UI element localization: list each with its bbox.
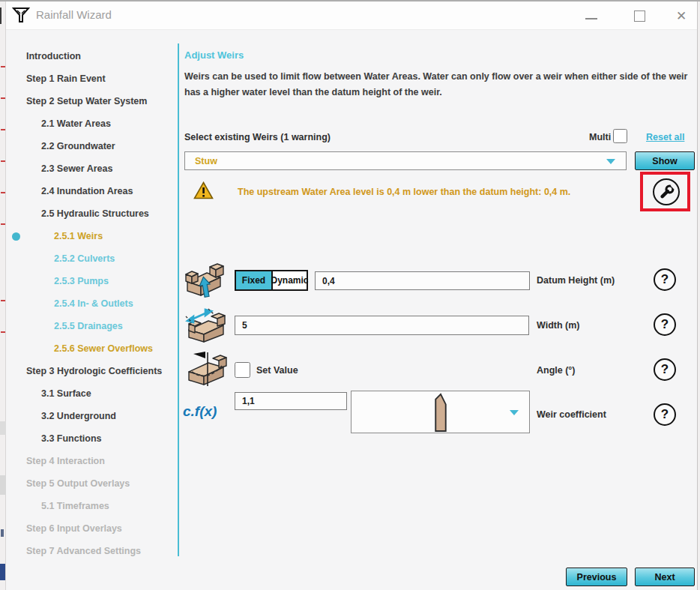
funnel-icon (12, 7, 30, 23)
sidebar-item-step-5-output-overlays: Step 5 Output Overlays (6, 472, 177, 495)
width-label: Width (m) (537, 320, 580, 331)
sidebar-item-2-5-1-weirs[interactable]: 2.5.1 Weirs (6, 225, 177, 247)
sidebar-item-2-5-4-in-outlets[interactable]: 2.5.4 In- & Outlets (6, 292, 177, 315)
sidebar-item-2-5-2-culverts[interactable]: 2.5.2 Culverts (6, 247, 177, 270)
sidebar-item-2-3-sewer-areas[interactable]: 2.3 Sewer Areas (6, 157, 177, 180)
sidebar-item-2-5-hydraulic-structures[interactable]: 2.5 Hydraulic Structures (6, 202, 177, 225)
sidebar-item-step-2-setup-water-system[interactable]: Step 2 Setup Water System (6, 90, 177, 112)
weir-angle-icon (184, 351, 228, 387)
datum-height-input[interactable] (315, 271, 530, 290)
angle-label: Angle (°) (537, 365, 576, 376)
sidebar-item-2-1-water-areas[interactable]: 2.1 Water Areas (6, 112, 177, 135)
warning-triangle-icon (193, 181, 214, 199)
warning-message: The upstream Water Area level is 0,4 m l… (238, 187, 570, 197)
select-weirs-label: Select existing Weirs (1 warning) (184, 132, 331, 142)
close-button[interactable]: ✕ (670, 7, 693, 25)
sidebar-item-introduction[interactable]: Introduction (6, 45, 177, 67)
weir-coefficient-label: Weir coefficient (537, 409, 606, 420)
weir-profile-shape-icon (432, 392, 450, 433)
coefficient-function-icon: c.f(x) (183, 403, 217, 420)
background-app-sliver (0, 1, 6, 590)
sidebar-item-step-4-interaction: Step 4 Interaction (6, 450, 177, 472)
multi-label: Multi (589, 132, 611, 142)
sidebar-item-2-2-groundwater[interactable]: 2.2 Groundwater (6, 135, 177, 157)
sidebar-divider (178, 43, 179, 556)
sidebar-item-2-5-3-pumps[interactable]: 2.5.3 Pumps (6, 270, 177, 292)
help-angle-button[interactable]: ? (654, 358, 676, 381)
angle-set-value-checkbox[interactable] (235, 362, 250, 378)
sidebar-item-step-7-advanced-settings: Step 7 Advanced Settings (6, 540, 177, 562)
sidebar-item-5-1-timeframes: 5.1 Timeframes (6, 495, 177, 517)
current-step-bullet-icon (12, 232, 20, 241)
previous-button[interactable]: Previous (566, 568, 627, 586)
help-coefficient-button[interactable]: ? (654, 403, 676, 426)
reset-all-link[interactable]: Reset all (646, 132, 684, 142)
show-button[interactable]: Show (635, 151, 695, 170)
sidebar-item-step-6-input-overlays: Step 6 Input Overlays (6, 517, 177, 540)
chevron-down-icon (510, 410, 519, 415)
weir-width-icon (184, 307, 228, 343)
rainfall-wizard-window: Rainfall Wizard ✕ Introduction Step 1 Ra… (0, 0, 700, 590)
sidebar-item-3-2-underground[interactable]: 3.2 Underground (6, 405, 177, 427)
width-input[interactable] (235, 316, 529, 335)
sidebar-item-step-3-hydrologic-coefficients[interactable]: Step 3 Hydrologic Coefficients (6, 360, 177, 382)
page-description: Weirs can be used to limit flow between … (184, 69, 691, 100)
sidebar-item-2-5-5-drainages[interactable]: 2.5.5 Drainages (6, 315, 177, 337)
help-datum-button[interactable]: ? (654, 268, 676, 291)
multi-checkbox[interactable] (613, 129, 627, 143)
minimize-icon (585, 18, 597, 19)
next-button[interactable]: Next (635, 568, 695, 586)
weir-select-dropdown[interactable]: Stuw (184, 151, 627, 170)
sidebar-item-step-1-rain-event[interactable]: Step 1 Rain Event (6, 67, 177, 90)
window-title: Rainfall Wizard (36, 8, 112, 21)
sidebar-item-2-5-6-sewer-overflows[interactable]: 2.5.6 Sewer Overflows (6, 337, 177, 360)
background-app-sliver-right (697, 1, 700, 590)
maximize-button[interactable] (628, 7, 651, 25)
weir-datum-height-icon (184, 262, 228, 298)
weir-profile-dropdown[interactable] (351, 391, 530, 433)
minimize-button[interactable] (580, 7, 603, 25)
weir-coefficient-input[interactable] (235, 392, 347, 410)
page-title: Adjust Weirs (184, 49, 244, 61)
sidebar-item-3-1-surface[interactable]: 3.1 Surface (6, 382, 177, 405)
weir-select-value: Stuw (185, 156, 217, 166)
maximize-icon (634, 10, 645, 22)
toggle-fixed-button[interactable]: Fixed (236, 271, 271, 289)
toggle-dynamic-button[interactable]: Dynamic (271, 271, 307, 289)
datum-height-label: Datum Height (m) (537, 275, 615, 286)
help-width-button[interactable]: ? (654, 313, 676, 336)
sidebar-item-3-3-functions[interactable]: 3.3 Functions (6, 427, 177, 450)
chevron-down-icon (606, 159, 615, 164)
sidebar-item-2-4-inundation-areas[interactable]: 2.4 Inundation Areas (6, 180, 177, 202)
angle-set-value-label: Set Value (256, 365, 298, 376)
datum-mode-toggle[interactable]: Fixed Dynamic (235, 270, 308, 291)
annotation-highlight-box (640, 172, 690, 211)
